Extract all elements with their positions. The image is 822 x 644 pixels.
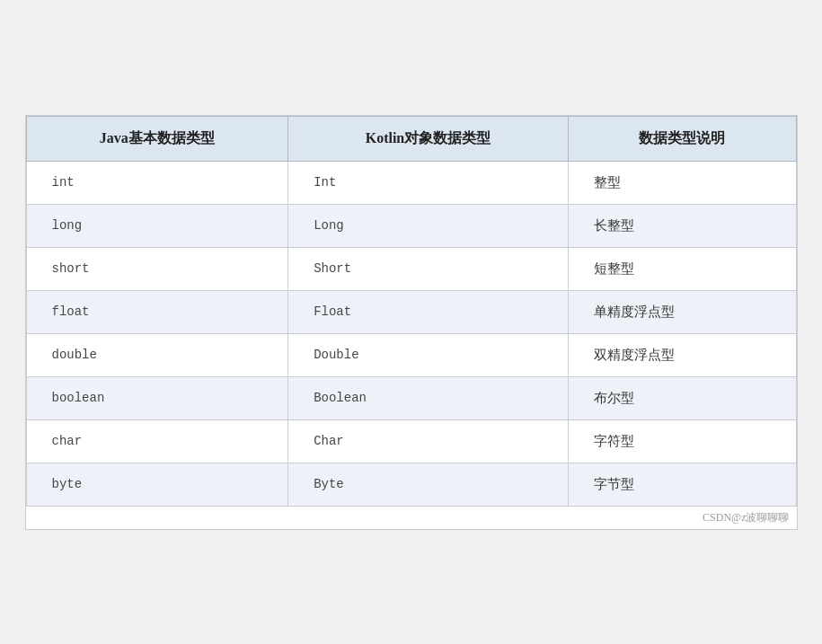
cell-desc: 字节型	[568, 463, 796, 506]
watermark: CSDN@z波聊聊聊	[26, 507, 797, 529]
table-row: charChar字符型	[26, 419, 796, 463]
cell-desc: 双精度浮点型	[568, 333, 796, 376]
table-row: booleanBoolean布尔型	[26, 376, 796, 419]
cell-kotlin: Short	[288, 247, 569, 290]
header-desc: 数据类型说明	[568, 116, 796, 161]
table-row: longLong长整型	[26, 204, 796, 247]
cell-desc: 字符型	[568, 419, 796, 463]
table-header-row: Java基本数据类型 Kotlin对象数据类型 数据类型说明	[26, 116, 796, 161]
cell-java: double	[26, 333, 288, 376]
cell-kotlin: Double	[288, 333, 569, 376]
cell-java: int	[26, 161, 288, 204]
cell-desc: 单精度浮点型	[568, 290, 796, 333]
table-row: doubleDouble双精度浮点型	[26, 333, 796, 376]
cell-kotlin: Float	[288, 290, 569, 333]
cell-java: char	[26, 419, 288, 463]
cell-kotlin: Long	[288, 204, 569, 247]
cell-java: byte	[26, 463, 288, 506]
table-row: byteByte字节型	[26, 463, 796, 506]
data-table-wrapper: Java基本数据类型 Kotlin对象数据类型 数据类型说明 intInt整型l…	[25, 115, 798, 530]
cell-desc: 布尔型	[568, 376, 796, 419]
cell-kotlin: Int	[288, 161, 569, 204]
cell-java: long	[26, 204, 288, 247]
cell-desc: 短整型	[568, 247, 796, 290]
cell-kotlin: Boolean	[288, 376, 569, 419]
header-kotlin: Kotlin对象数据类型	[288, 116, 569, 161]
cell-desc: 长整型	[568, 204, 796, 247]
cell-java: short	[26, 247, 288, 290]
table-row: intInt整型	[26, 161, 796, 204]
table-row: shortShort短整型	[26, 247, 796, 290]
header-java: Java基本数据类型	[26, 116, 288, 161]
cell-kotlin: Char	[288, 419, 569, 463]
cell-java: boolean	[26, 376, 288, 419]
cell-kotlin: Byte	[288, 463, 569, 506]
cell-desc: 整型	[568, 161, 796, 204]
data-types-table: Java基本数据类型 Kotlin对象数据类型 数据类型说明 intInt整型l…	[26, 116, 797, 507]
table-row: floatFloat单精度浮点型	[26, 290, 796, 333]
cell-java: float	[26, 290, 288, 333]
